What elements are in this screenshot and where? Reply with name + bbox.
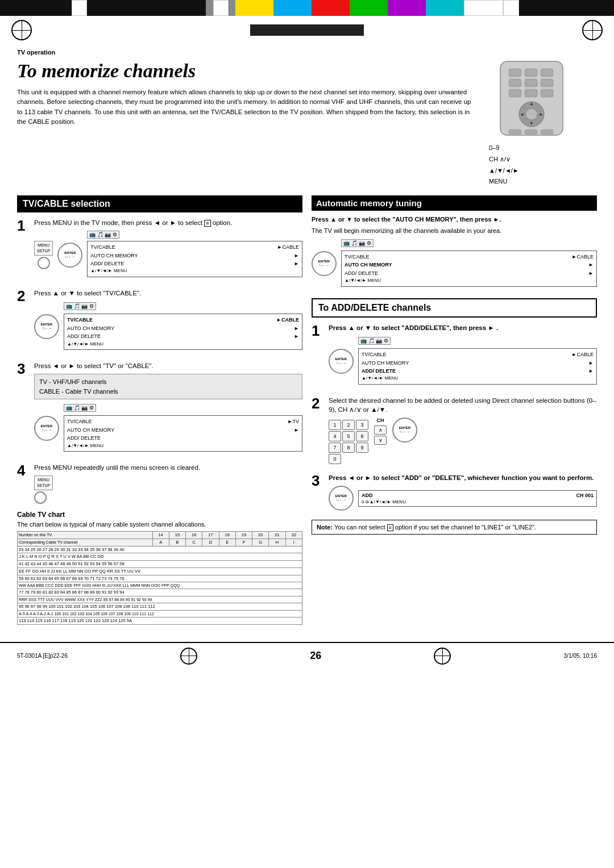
cable-table-row-3: 41 42 43 44 45 46 47 48 49 50 51 52 53 5… <box>18 561 302 568</box>
title-left: To memorize channels This unit is equipp… <box>17 60 472 127</box>
numpad-9[interactable]: 9 <box>356 443 368 453</box>
step3-device: ENTER↑↓←→ 📺 🎵 📷 ⚙ TV/CABLE►TV AUTO CH ME… <box>34 403 302 454</box>
add-step3-block: 3 Press ◄ or ► to select "ADD" or "DELET… <box>312 473 597 513</box>
cable-table-row-9: 95 96 97 98 99 100 101 102 103 104 105 1… <box>18 603 302 611</box>
numpad-0[interactable]: 0 <box>329 454 341 464</box>
add-step3-content: Press ◄ or ► to select "ADD" or "DELETE"… <box>329 473 597 513</box>
bottom-reg-mark-2 <box>434 648 451 665</box>
remote-label-menu: MENU <box>489 176 597 187</box>
menu-screen-2: TV/CABLE►CABLE AUTO CH MEMORY► ADD/ DELE… <box>64 314 302 350</box>
ch-up-btn[interactable]: ∧ <box>374 425 387 435</box>
step4-number: 4 <box>17 463 30 478</box>
main-content: TV operation To memorize channels This u… <box>0 44 614 636</box>
numpad-7[interactable]: 7 <box>329 443 341 453</box>
two-columns: TV/CABLE selection 1 Press MENU in the T… <box>17 195 597 625</box>
add-step3-text: Press ◄ or ► to select "ADD" or "DELETE"… <box>329 473 597 482</box>
auto-step1: Press ▲ or ▼ to select the "AUTO CH MEMO… <box>312 215 597 291</box>
ch-down-btn[interactable]: ∨ <box>374 436 387 445</box>
add-step1-content: Press ▲ or ▼ to select "ADD/DELETE", the… <box>329 323 597 389</box>
color-block-sep <box>206 0 213 16</box>
bottom-bar: 5T-0301A [E]p22-26 26 3/1/05, 10:16 <box>0 642 614 669</box>
svg-rect-2 <box>525 69 537 77</box>
step3-content: Press ◄ or ► to select "TV" or "CABLE". … <box>34 361 302 456</box>
cable-header-label2: Corresponding Cable TV channel <box>18 539 153 546</box>
color-block-white2 <box>464 0 503 16</box>
cable-table-header-row2: Corresponding Cable TV channel ABCDEFGHI <box>18 539 302 546</box>
add-step2-content: Select the desired channel to be added o… <box>329 396 597 466</box>
auto-step1-text: Press ▲ or ▼ to select the "AUTO CH MEMO… <box>312 215 597 224</box>
numpad-2[interactable]: 2 <box>342 420 355 430</box>
page-title: To memorize channels <box>17 60 472 82</box>
color-block-yellow <box>235 0 273 16</box>
enter-circle-add2: ENTER↑↓←→ <box>392 418 417 443</box>
intro-text: This unit is equipped with a channel mem… <box>17 87 472 127</box>
auto-step1-content: Press ▲ or ▼ to select the "AUTO CH MEMO… <box>312 215 597 291</box>
menu-setup-icon: MENUSETUP <box>34 241 53 256</box>
left-column: TV/CABLE selection 1 Press MENU in the T… <box>17 195 302 625</box>
numpad-8[interactable]: 8 <box>342 443 355 453</box>
svg-text:◄: ◄ <box>520 112 524 117</box>
color-block-white3 <box>503 0 518 16</box>
svg-rect-5 <box>525 79 537 87</box>
numpad-1[interactable]: 1 <box>329 420 341 430</box>
step3-number: 3 <box>17 361 30 376</box>
auto-memory-header: Automatic memory tuning <box>312 195 597 211</box>
step4-content: Press MENU repeatedly until the menu scr… <box>34 463 302 504</box>
footer-code: 5T-0301A [E]p22-26 <box>17 653 68 659</box>
remote-svg: ▲ ▼ ◄ ► <box>483 60 580 140</box>
add-step2-number: 2 <box>312 396 324 411</box>
menu-circle-4 <box>34 491 47 504</box>
svg-rect-7 <box>509 89 521 97</box>
svg-point-11 <box>526 108 537 120</box>
top-center-stripe <box>250 24 364 36</box>
reg-mark-right <box>582 20 603 40</box>
enter-circle-1: ENTER↑↓←→ <box>57 243 82 268</box>
numpad-4[interactable]: 4 <box>329 431 341 441</box>
remote-label-09: 0–9 <box>489 143 597 154</box>
svg-rect-9 <box>541 89 553 97</box>
cable-table-row-2: J K L M N O P Q R S T U V W AA BB CC DD <box>18 553 302 561</box>
step2-content: Press ▲ or ▼ to select "TV/CABLE". ENTER… <box>34 289 302 354</box>
color-block-2 <box>72 0 87 16</box>
tv-cable-info: TV - VHF/UHF channels CABLE - Cable TV c… <box>34 374 302 399</box>
reg-marks-row <box>0 16 614 44</box>
step2-device: ENTER↑↓←→ 📺 🎵 📷 ⚙ TV/CABLE►CABLE AUTO CH… <box>34 301 302 352</box>
enter-circle-add1: ENTER↑↓←→ <box>329 349 354 374</box>
title-area: To memorize channels This unit is equipp… <box>17 60 597 187</box>
numpad-6[interactable]: 6 <box>356 431 368 441</box>
cable-table-row-1: 23 24 25 26 27 28 29 30 31 32 33 34 35 3… <box>18 546 302 553</box>
svg-rect-6 <box>541 79 553 87</box>
cable-table-row-6: WW AAA BBB CCC DDD EEE FFF GGG HHH III J… <box>18 582 302 589</box>
tvcable-section-header: TV/CABLE selection <box>17 195 302 212</box>
color-block-cyan <box>273 0 312 16</box>
color-block-red <box>312 0 350 16</box>
menu-screen-1: TV/CABLE►CABLE AUTO CH MEMORY► ADD/ DELE… <box>87 241 302 277</box>
cable-table-row-8: RRR SSS TTT UUU VVV WWW XXX YYY ZZZ 86 8… <box>18 596 302 603</box>
numpad-5[interactable]: 5 <box>342 431 355 441</box>
remote-control-area: ▲ ▼ ◄ ► 0–9 CH ∧/∨ ▲/▼/◄/► MENU <box>483 60 597 187</box>
add-step2-text: Select the desired channel to be added o… <box>329 396 597 414</box>
step2-number: 2 <box>17 289 30 303</box>
add-step2-controls: 1 2 3 4 5 6 7 8 9 0 CH <box>329 418 597 466</box>
ch-label: CH <box>377 418 384 423</box>
svg-rect-4 <box>509 79 521 87</box>
add-step1-block: 1 Press ▲ or ▼ to select "ADD/DELETE", t… <box>312 323 597 389</box>
add-menu-screen: TV/CABLE►CABLE AUTO CH MEMORY► ADD/ DELE… <box>358 348 597 385</box>
color-block-4 <box>213 0 229 16</box>
cable-table-row-7: 77 78 79 80 81 82 83 84 85 86 87 88 89 9… <box>18 589 302 596</box>
step1-number: 1 <box>17 218 30 233</box>
svg-rect-16 <box>509 130 521 134</box>
color-block-sep2 <box>229 0 236 16</box>
cable-table-header-row1: Number on this TV 141516171819202122 <box>18 532 302 539</box>
page-number: 26 <box>310 650 321 662</box>
color-block-black2 <box>519 0 615 16</box>
reg-mark-left <box>11 20 32 40</box>
ch-controls: CH ∧ ∨ <box>374 418 387 445</box>
note-box: Note: You can not select ≡ option if you… <box>312 520 597 535</box>
numpad-3[interactable]: 3 <box>356 420 368 430</box>
add-step3-number: 3 <box>312 473 324 488</box>
remote-label-arrows: ▲/▼/◄/► <box>489 165 597 177</box>
add-menu-area: 📺 🎵 📷 ⚙ TV/CABLE►CABLE AUTO CH MEMORY► A… <box>358 336 597 387</box>
svg-rect-1 <box>509 69 521 77</box>
step3-text: Press ◄ or ► to select "TV" or "CABLE". <box>34 361 302 370</box>
